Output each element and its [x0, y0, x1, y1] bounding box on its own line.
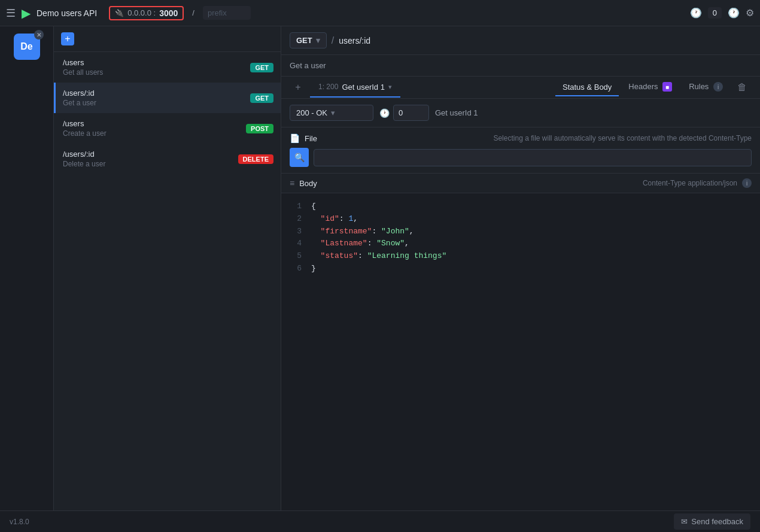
delete-response-button[interactable]: 🗑	[732, 80, 752, 95]
route-item-1[interactable]: /users/:id Get a user GET	[54, 83, 281, 113]
add-route-button[interactable]: +	[61, 32, 74, 45]
clock-icon[interactable]: 🕐	[690, 7, 702, 19]
code-line-4: 4 "Lastname": "Snow",	[290, 238, 752, 250]
method-badge-get-1: GET	[250, 93, 273, 103]
rules-info-icon[interactable]: i	[713, 82, 723, 92]
body-section: ≡ Body Content-Type application/json i 1…	[281, 174, 760, 510]
method-badge-post-2: POST	[246, 124, 273, 133]
file-icon: 📄	[290, 133, 300, 143]
play-button[interactable]: ▶	[22, 6, 31, 20]
routes-panel: + /users Get all users GET /users/:id Ge…	[54, 26, 281, 510]
nav-tabs-right: Status & Body Headers ■ Rules i 🗑	[555, 78, 752, 97]
code-line-6: 6 }	[290, 263, 752, 275]
response-tabs: + 1: 200 Get userId 1 ▾ Status & Body He…	[281, 77, 760, 99]
file-section: 📄 File Selecting a file will automatical…	[281, 127, 760, 174]
env-close-button[interactable]: ✕	[34, 30, 44, 39]
topbar: ☰ ▶ Demo users API 🔌 0.0.0.0 : 3000 / pr…	[0, 0, 760, 26]
bottom-bar: v1.8.0 ✉ Send feedback	[0, 510, 760, 532]
url-bar: GET ▾ /	[281, 26, 760, 55]
body-header: ≡ Body Content-Type application/json i	[281, 174, 760, 193]
response-label-input[interactable]	[435, 108, 752, 117]
route-info-3: /users/:id Delete a user	[63, 150, 232, 168]
tab-rules[interactable]: Rules i	[682, 78, 730, 97]
route-info-2: /users Create a user	[63, 119, 240, 138]
file-path-input[interactable]	[314, 149, 752, 166]
menu-icon[interactable]: ☰	[6, 7, 16, 20]
description-text: Get a user	[290, 61, 326, 70]
description-bar: Get a user	[281, 55, 760, 77]
method-badge-delete-3: DELETE	[238, 154, 273, 164]
host-port[interactable]: 3000	[159, 8, 178, 18]
url-slash-separator: /	[192, 8, 194, 17]
url-path-input[interactable]	[339, 34, 752, 48]
history-icon[interactable]: 🕐	[728, 7, 740, 19]
method-select[interactable]: GET ▾	[290, 32, 327, 48]
code-editor[interactable]: 1 { 2 "id": 1, 3 "firstname": "John", 4 …	[281, 193, 760, 510]
url-slash: /	[332, 35, 334, 46]
content-panel: GET ▾ / Get a user + 1: 200 Get userId 1…	[281, 26, 760, 510]
search-icon: 🔍	[294, 153, 305, 162]
latency-display: 0	[708, 7, 722, 19]
latency-value-input[interactable]	[393, 105, 429, 121]
routes-header: +	[54, 26, 281, 52]
body-icon: ≡	[290, 178, 294, 188]
tab-headers[interactable]: Headers ■	[621, 78, 679, 97]
route-info-1: /users/:id Get a user	[63, 89, 244, 107]
tab-status-body[interactable]: Status & Body	[555, 79, 619, 96]
route-item-2[interactable]: /users Create a user POST	[54, 113, 281, 144]
file-input-row: 🔍	[290, 148, 752, 167]
latency-input-wrap: 🕐	[379, 105, 429, 121]
route-item-0[interactable]: /users Get all users GET	[54, 52, 281, 83]
route-info-0: /users Get all users	[63, 58, 244, 77]
code-line-1: 1 {	[290, 200, 752, 213]
content-type-label: Content-Type application/json i	[643, 178, 752, 188]
host-ip: 0.0.0.0 :	[127, 8, 156, 17]
file-hint-text: Selecting a file will automatically serv…	[493, 134, 752, 142]
status-row: 200 - OK ▾ 🕐	[281, 99, 760, 127]
env-badge[interactable]: De ✕	[14, 34, 40, 60]
add-response-tab-button[interactable]: +	[290, 77, 306, 98]
prefix-input[interactable]: prefix	[203, 6, 251, 20]
content-type-info-icon[interactable]: i	[742, 178, 752, 188]
tab-status-code-label: 1: 200	[318, 83, 338, 91]
feedback-icon: ✉	[681, 517, 688, 526]
file-row: 📄 File Selecting a file will automatical…	[290, 133, 752, 143]
code-line-5: 5 "status": "Learning things"	[290, 250, 752, 263]
feedback-label: Send feedback	[691, 517, 743, 526]
method-badge-get-0: GET	[250, 63, 273, 72]
code-line-3: 3 "firstname": "John",	[290, 226, 752, 238]
status-code-select[interactable]: 200 - OK ▾	[290, 105, 373, 121]
tab-name-label: Get userId 1	[342, 83, 385, 92]
send-feedback-button[interactable]: ✉ Send feedback	[674, 513, 750, 530]
sidebar: De ✕	[0, 26, 54, 510]
file-browse-button[interactable]: 🔍	[290, 148, 309, 167]
response-tab-active[interactable]: 1: 200 Get userId 1 ▾	[310, 78, 400, 98]
app-title: Demo users API	[37, 8, 97, 18]
body-label: ≡ Body	[290, 178, 317, 188]
tab-dropdown-arrow[interactable]: ▾	[388, 83, 392, 91]
code-line-2: 2 "id": 1,	[290, 213, 752, 226]
route-item-3[interactable]: /users/:id Delete a user DELETE	[54, 144, 281, 174]
main-layout: De ✕ + /users Get all users GET /users/:…	[0, 26, 760, 510]
host-input-group[interactable]: 🔌 0.0.0.0 : 3000	[109, 6, 184, 20]
headers-count-badge: ■	[662, 82, 672, 92]
latency-clock-icon: 🕐	[379, 108, 390, 118]
settings-icon[interactable]: ⚙	[746, 7, 754, 19]
version-label: v1.8.0	[10, 518, 29, 526]
file-label: File	[305, 134, 317, 143]
